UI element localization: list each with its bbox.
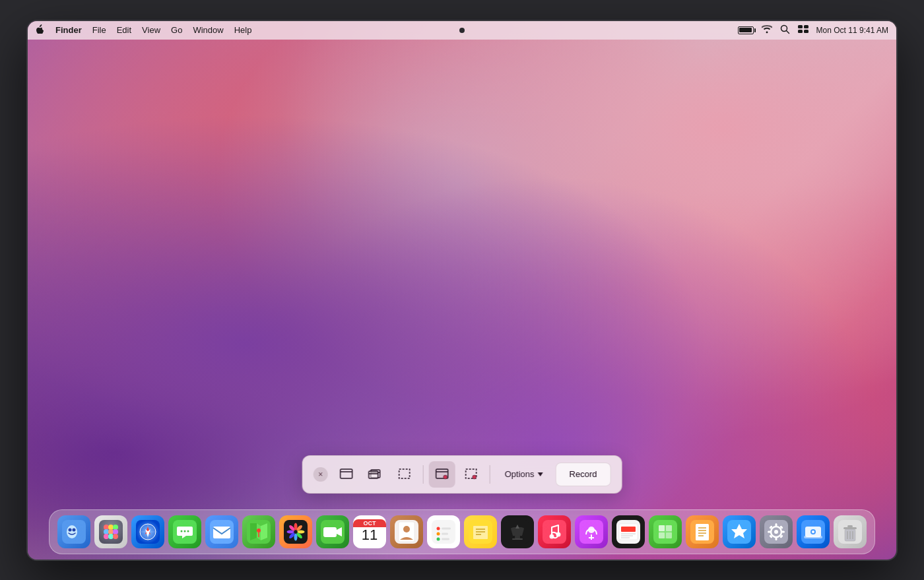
svg-rect-10 — [369, 471, 378, 478]
camera-notch — [459, 28, 465, 33]
svg-point-47 — [257, 529, 261, 532]
calendar-day: 11 — [362, 527, 378, 543]
dock-maps[interactable] — [242, 515, 275, 548]
menubar-right: Mon Oct 11 9:41 AM — [738, 24, 888, 36]
dock-appletv[interactable] — [501, 515, 534, 548]
svg-rect-63 — [432, 520, 455, 544]
wifi-icon[interactable] — [762, 25, 772, 36]
dock-system-preferences[interactable] — [760, 515, 793, 548]
svg-rect-117 — [804, 536, 822, 538]
svg-rect-108 — [776, 537, 777, 540]
control-center-icon[interactable] — [798, 25, 808, 35]
screen: Finder File Edit View Go Window Help — [28, 21, 896, 560]
dock-podcasts[interactable] — [575, 515, 608, 548]
dock-appstore[interactable] — [723, 515, 756, 548]
screenshot-window-button[interactable] — [362, 461, 389, 488]
file-menu[interactable]: File — [92, 25, 106, 35]
svg-point-119 — [812, 531, 814, 533]
svg-line-1 — [786, 30, 789, 33]
edit-menu[interactable]: Edit — [117, 25, 131, 35]
dock-numbers[interactable] — [649, 515, 682, 548]
svg-point-20 — [69, 528, 72, 531]
svg-rect-5 — [804, 30, 808, 33]
svg-rect-96 — [666, 532, 672, 538]
svg-rect-98 — [696, 524, 709, 540]
dock-photos[interactable] — [279, 515, 312, 548]
dock-notes[interactable] — [464, 515, 497, 548]
clock-display: Mon Oct 11 9:41 AM — [816, 26, 888, 35]
go-menu[interactable]: Go — [171, 25, 182, 35]
svg-rect-93 — [659, 525, 665, 531]
svg-point-30 — [108, 534, 114, 539]
record-fullscreen-button[interactable] — [429, 461, 455, 488]
svg-rect-12 — [399, 469, 410, 478]
svg-rect-58 — [323, 527, 337, 537]
dock-finder[interactable] — [57, 515, 90, 548]
svg-point-80 — [556, 532, 561, 536]
svg-rect-3 — [804, 25, 808, 28]
screenshot-fullscreen-button[interactable] — [333, 461, 360, 488]
dock-screentime[interactable] — [797, 515, 830, 548]
dock: OCT 11 — [49, 509, 875, 554]
record-button[interactable]: Record — [555, 463, 610, 486]
dock-contacts[interactable] — [390, 515, 423, 548]
svg-point-62 — [403, 526, 410, 532]
svg-point-23 — [104, 525, 109, 530]
svg-point-79 — [550, 534, 554, 538]
dock-pages[interactable] — [686, 515, 719, 548]
dock-news[interactable] — [612, 515, 645, 548]
svg-rect-44 — [213, 527, 230, 538]
toolbar-divider — [423, 465, 424, 484]
window-menu[interactable]: Window — [193, 25, 223, 35]
dock-mail[interactable] — [205, 515, 238, 548]
svg-rect-123 — [847, 525, 853, 527]
svg-point-17 — [473, 475, 477, 479]
svg-point-42 — [187, 530, 189, 532]
apple-menu-icon[interactable] — [36, 24, 45, 36]
svg-rect-94 — [666, 525, 672, 531]
options-button[interactable]: Options — [496, 463, 553, 486]
svg-point-41 — [184, 530, 186, 532]
svg-point-19 — [67, 525, 77, 538]
svg-rect-77 — [512, 538, 523, 540]
record-selection-button[interactable] — [458, 461, 484, 488]
svg-rect-87 — [621, 527, 636, 532]
svg-point-66 — [437, 532, 440, 535]
svg-rect-71 — [473, 526, 488, 539]
dock-facetime[interactable] — [316, 515, 349, 548]
svg-point-29 — [104, 534, 109, 539]
battery-body — [738, 26, 754, 34]
dock-reminders[interactable] — [427, 515, 460, 548]
view-menu[interactable]: View — [142, 25, 160, 35]
finder-menu[interactable]: Finder — [55, 25, 82, 35]
svg-point-28 — [113, 529, 118, 534]
svg-rect-67 — [442, 532, 448, 534]
svg-point-26 — [104, 529, 109, 534]
screenshot-selection-button[interactable] — [391, 461, 418, 488]
svg-rect-4 — [798, 30, 803, 33]
mac-frame: Finder File Edit View Go Window Help — [26, 20, 898, 561]
svg-point-27 — [108, 529, 114, 534]
svg-rect-107 — [776, 523, 777, 527]
svg-rect-109 — [768, 531, 771, 532]
dock-launchpad[interactable] — [94, 515, 127, 548]
help-menu[interactable]: Help — [234, 25, 252, 35]
dock-messages[interactable] — [168, 515, 201, 548]
battery-fill — [739, 28, 752, 32]
dock-music[interactable] — [538, 515, 571, 548]
dock-calendar[interactable]: OCT 11 — [353, 515, 386, 548]
svg-point-68 — [437, 537, 440, 540]
toolbar-divider-2 — [490, 465, 490, 484]
svg-rect-2 — [798, 25, 803, 28]
dock-trash[interactable] — [834, 515, 867, 548]
svg-rect-6 — [341, 469, 352, 478]
svg-point-25 — [113, 525, 118, 530]
calendar-date-display: OCT 11 — [353, 519, 386, 543]
dock-safari[interactable] — [131, 515, 164, 548]
svg-rect-76 — [515, 536, 520, 538]
svg-point-21 — [73, 528, 76, 531]
svg-rect-122 — [843, 527, 857, 529]
svg-rect-110 — [781, 531, 785, 532]
toolbar-close-button[interactable]: × — [314, 467, 328, 482]
spotlight-search-icon[interactable] — [780, 24, 790, 36]
